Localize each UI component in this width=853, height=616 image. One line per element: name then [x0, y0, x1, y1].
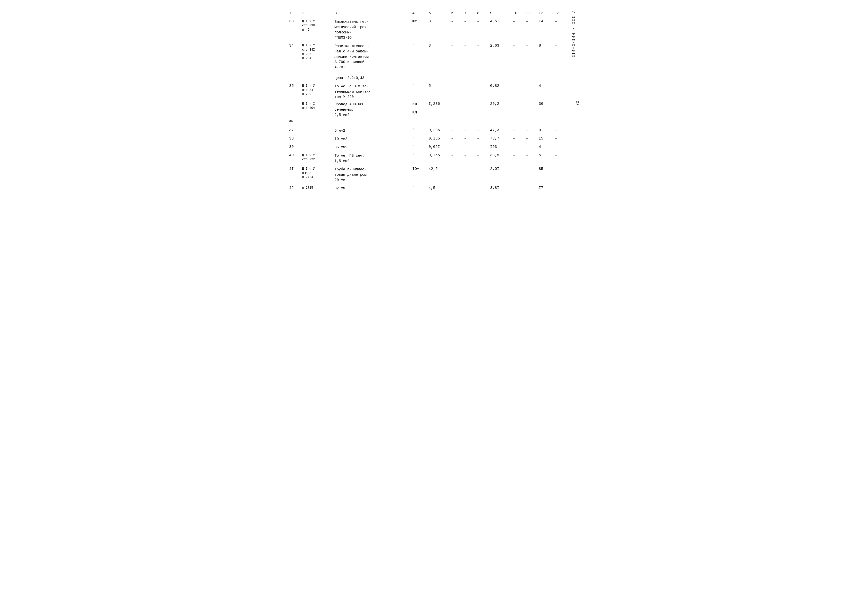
header-col5: 5: [426, 10, 449, 17]
table-row: 40 Ц I ч У стр 222 То же, ПВ сеч. I,5 мм…: [287, 151, 566, 165]
row-desc: 6 мм2: [332, 126, 410, 135]
row-num: 39: [287, 143, 300, 151]
row-col7: –: [462, 17, 475, 42]
row-col12: 4: [537, 82, 553, 101]
row-num: [287, 101, 300, 119]
row-col12: 4: [537, 143, 553, 151]
row-col13: –: [553, 101, 566, 119]
row-col7: –: [462, 165, 475, 184]
row-desc: Выключатель гер- метический трех- полюсн…: [332, 17, 410, 42]
row-col6: –: [449, 135, 462, 143]
row-unit: ": [410, 143, 426, 151]
row-col5: 0,I85: [426, 135, 449, 143]
row-col11: –: [524, 151, 537, 165]
header-col1: I: [287, 10, 300, 17]
row-col12: 8: [537, 41, 553, 82]
row-ref: п 2725: [300, 184, 332, 192]
row-col9: 2,63: [488, 41, 511, 82]
row-num: 33: [287, 17, 300, 42]
row-col13: –: [553, 184, 566, 192]
table-row: 33 Ц I ч У стр 330 п 49 Выключатель гер-…: [287, 17, 566, 42]
row-num: 40: [287, 151, 300, 165]
row-col12: I7: [537, 184, 553, 192]
row-col11: –: [524, 143, 537, 151]
row-col6: –: [449, 17, 462, 42]
row-desc: IO мм2: [332, 135, 410, 143]
row-col10: –: [511, 165, 524, 184]
row-col10: –: [511, 184, 524, 192]
row-col11: –: [524, 165, 537, 184]
row-col12: I5: [537, 135, 553, 143]
row-col12: I4: [537, 17, 553, 42]
row-col7: –: [462, 126, 475, 135]
row-unit: IOм: [410, 165, 426, 184]
row-col10: –: [511, 126, 524, 135]
row-desc: Розетка штепсель- ная с 4-м завем- ляющи…: [332, 41, 410, 82]
header-col7: 7: [462, 10, 475, 17]
table-row: 34 Ц I ч У стр 34I п 233 п 234 Розетка ш…: [287, 41, 566, 82]
row-col8: –: [475, 165, 488, 184]
row-num: 4I: [287, 165, 300, 184]
row-col5: 5: [426, 82, 449, 101]
row-desc: Провод АПВ-660 сечением: 2,5 мм2: [332, 101, 410, 119]
row-col6: –: [449, 184, 462, 192]
row-col13: –: [553, 143, 566, 151]
row-unit: шт: [410, 17, 426, 42]
row-col12: 36: [537, 101, 553, 119]
row-col5: 0,206: [426, 126, 449, 135]
row-ref: Ц I ч У стр 330 п 49: [300, 17, 332, 42]
row-unit: ": [410, 82, 426, 101]
row-col11: –: [524, 101, 537, 119]
row-col12: 85: [537, 165, 553, 184]
row-desc: 35 мм2: [332, 143, 410, 151]
row-col9: 0,82: [488, 82, 511, 101]
row-col5: I,236: [426, 101, 449, 119]
row-col10: –: [511, 82, 524, 101]
row-desc: Труба виниплас- товая диаметром 20 мм: [332, 165, 410, 184]
row-ref: [300, 143, 332, 151]
row-col8: –: [475, 126, 488, 135]
header-col8: 8: [475, 10, 488, 17]
row-col11: –: [524, 82, 537, 101]
row-col8: –: [475, 41, 488, 82]
row-col5: 0,I55: [426, 151, 449, 165]
row-col8: –: [475, 184, 488, 192]
row-col7: –: [462, 184, 475, 192]
row-col9: I93: [488, 143, 511, 151]
row-unit: ": [410, 184, 426, 192]
row-col11: –: [524, 184, 537, 192]
row-col9: 4,5I: [488, 17, 511, 42]
row-unit: ": [410, 151, 426, 165]
row-col5: 0,02I: [426, 143, 449, 151]
table-row: 4I Ц I ч У вып 8 п 2724 Труба виниплас- …: [287, 165, 566, 184]
row-col5: 42,5: [426, 165, 449, 184]
row-col7: –: [462, 151, 475, 165]
row-col10: –: [511, 17, 524, 42]
header-col9: 9: [488, 10, 511, 17]
row-num: 35: [287, 82, 300, 101]
row-col5: 3: [426, 41, 449, 82]
row-col7: –: [462, 101, 475, 119]
side-label-top: 2I4-2-I44 / III /: [572, 10, 576, 58]
row-col6: –: [449, 151, 462, 165]
header-col13: I3: [553, 10, 566, 17]
row-col10: –: [511, 143, 524, 151]
row-col6: –: [449, 41, 462, 82]
row-desc: То же, с 3-м за- земляющим контак- том У…: [332, 82, 410, 101]
row-unit: ": [410, 41, 426, 82]
row-unit: ": [410, 126, 426, 135]
row-col13: –: [553, 41, 566, 82]
table-row: Ц I ч I стр IO4 Провод АПВ-660 сечением:…: [287, 101, 566, 119]
row-unit: ": [410, 135, 426, 143]
row-col8: –: [475, 101, 488, 119]
header-col4: 4: [410, 10, 426, 17]
header-col12: I2: [537, 10, 553, 17]
row-col13: –: [553, 135, 566, 143]
table-header: I 2 3 4 5 6 7 8 9 IO II I2 I3: [287, 10, 566, 17]
row-ref: Ц I ч У стр 222: [300, 151, 332, 165]
row-num: 37: [287, 126, 300, 135]
row-col8: –: [475, 151, 488, 165]
row-col11: –: [524, 41, 537, 82]
row-num: 38: [287, 135, 300, 143]
header-col2: 2: [300, 10, 332, 17]
